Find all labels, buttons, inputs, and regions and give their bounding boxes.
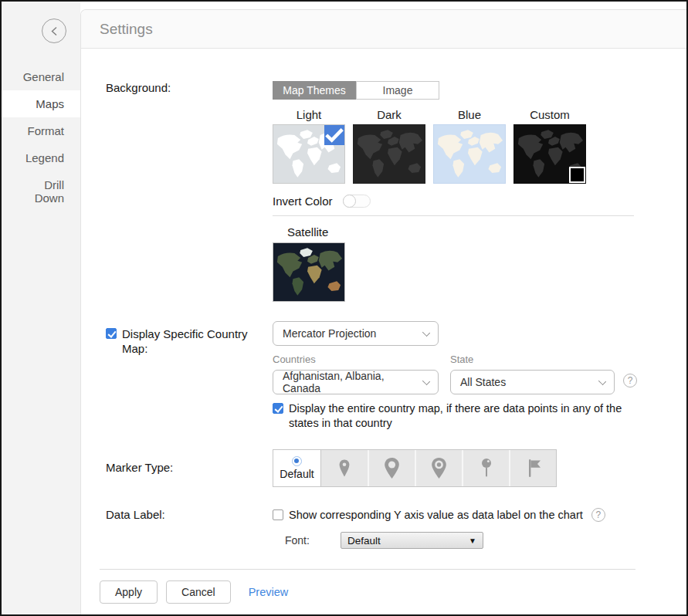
theme-option-custom: Custom bbox=[513, 108, 586, 184]
state-select[interactable]: All States bbox=[450, 370, 615, 394]
theme-dark-label: Dark bbox=[353, 108, 425, 122]
section-divider bbox=[273, 215, 634, 216]
state-help-icon[interactable]: ? bbox=[623, 374, 637, 388]
sidebar-item-general[interactable]: General bbox=[2, 63, 80, 90]
pin-small-dot-icon bbox=[336, 457, 353, 479]
back-button[interactable] bbox=[42, 19, 66, 43]
marker-option-default[interactable]: Default bbox=[273, 450, 320, 486]
invert-color-toggle[interactable] bbox=[343, 195, 371, 208]
world-map-icon bbox=[434, 125, 505, 183]
satellite-thumbnail[interactable] bbox=[273, 242, 345, 302]
panel-body: Background: Map Themes Image Light bbox=[81, 49, 686, 549]
display-country-map-label: Display Specific Country Map: bbox=[122, 327, 273, 356]
projection-value: Mercator Projection bbox=[283, 327, 376, 340]
countries-field-label: Countries bbox=[273, 354, 439, 365]
sidebar: General Maps Format Legend Drill Down bbox=[2, 2, 80, 614]
marker-option-pin-small-dot[interactable] bbox=[320, 450, 368, 486]
chevron-down-icon bbox=[422, 329, 430, 337]
checkbox-unchecked-icon bbox=[273, 509, 283, 520]
theme-blue-thumbnail[interactable] bbox=[433, 124, 506, 184]
marker-option-pin-large-dot[interactable] bbox=[368, 450, 415, 486]
chevron-down-icon bbox=[598, 377, 606, 385]
sidebar-item-drill-down[interactable]: Drill Down bbox=[2, 171, 80, 212]
toggle-knob bbox=[343, 195, 356, 208]
show-y-axis-checkbox[interactable]: Show corresponding Y axis value as data … bbox=[273, 508, 583, 523]
data-label-label: Data Label: bbox=[106, 508, 273, 521]
invert-color-label: Invert Color bbox=[273, 195, 333, 208]
sidebar-nav: General Maps Format Legend Drill Down bbox=[2, 63, 80, 212]
satellite-map-icon bbox=[273, 243, 344, 301]
pin-ring-icon bbox=[429, 456, 449, 480]
page-title: Settings bbox=[100, 21, 153, 38]
theme-option-blue: Blue bbox=[433, 108, 506, 184]
checkbox-checked-icon bbox=[106, 328, 117, 339]
font-select[interactable]: Default ▼ bbox=[341, 532, 483, 549]
preview-link[interactable]: Preview bbox=[249, 586, 289, 598]
country-map-label-cell: Display Specific Country Map: bbox=[106, 321, 273, 356]
sidebar-item-legend[interactable]: Legend bbox=[2, 144, 80, 171]
marker-type-section: Marker Type: Default bbox=[106, 449, 686, 487]
apply-button[interactable]: Apply bbox=[100, 580, 158, 604]
font-value: Default bbox=[347, 535, 381, 547]
theme-option-light: Light bbox=[273, 108, 345, 184]
cancel-button[interactable]: Cancel bbox=[166, 580, 231, 604]
countries-value: Afghanistan, Albania, Canada bbox=[283, 370, 415, 394]
display-country-map-checkbox[interactable]: Display Specific Country Map: bbox=[106, 327, 273, 356]
state-column: State All States bbox=[450, 354, 615, 394]
background-label: Background: bbox=[106, 81, 273, 94]
theme-custom-thumbnail[interactable] bbox=[513, 124, 586, 184]
entire-country-checkbox[interactable]: Display the entire country map, if there… bbox=[273, 401, 645, 431]
projection-select[interactable]: Mercator Projection bbox=[273, 321, 439, 346]
settings-panel: Settings Background: Map Themes Image Li… bbox=[80, 9, 686, 614]
theme-dark-thumbnail[interactable] bbox=[353, 124, 425, 184]
custom-color-swatch[interactable] bbox=[569, 167, 585, 183]
theme-light-thumbnail[interactable] bbox=[273, 124, 345, 184]
background-tabs: Map Themes Image bbox=[273, 81, 439, 100]
countries-select[interactable]: Afghanistan, Albania, Canada bbox=[273, 370, 439, 394]
world-map-icon bbox=[354, 125, 425, 183]
sidebar-item-maps[interactable]: Maps bbox=[2, 90, 80, 117]
data-label-section: Data Label: Show corresponding Y axis va… bbox=[106, 508, 686, 549]
marker-type-options: Default bbox=[273, 449, 557, 487]
theme-blue-label: Blue bbox=[433, 108, 506, 122]
pushpin-icon bbox=[477, 457, 496, 480]
marker-option-flag[interactable] bbox=[509, 450, 556, 486]
font-row: Font: Default ▼ bbox=[273, 532, 605, 549]
theme-custom-label: Custom bbox=[513, 108, 586, 122]
dropdown-arrow-icon: ▼ bbox=[469, 536, 476, 545]
background-section: Background: Map Themes Image Light bbox=[106, 81, 686, 302]
radio-selected-icon bbox=[292, 456, 302, 466]
tab-map-themes[interactable]: Map Themes bbox=[273, 81, 356, 100]
country-state-columns: Countries Afghanistan, Albania, Canada S… bbox=[273, 354, 645, 394]
theme-option-dark: Dark bbox=[353, 108, 425, 184]
theme-light-label: Light bbox=[273, 108, 345, 122]
background-content: Map Themes Image Light bbox=[273, 81, 634, 302]
data-label-line: Show corresponding Y axis value as data … bbox=[273, 508, 605, 523]
data-label-help-icon[interactable]: ? bbox=[591, 508, 605, 522]
satellite-section: Satellite bbox=[273, 225, 634, 302]
satellite-label: Satellite bbox=[287, 225, 634, 239]
marker-default-label: Default bbox=[280, 468, 313, 480]
invert-color-row: Invert Color bbox=[273, 194, 634, 208]
country-map-content: Mercator Projection Countries Afghanista… bbox=[273, 321, 645, 431]
font-label: Font: bbox=[285, 534, 341, 547]
marker-option-pin-ring[interactable] bbox=[415, 450, 462, 486]
data-label-content: Show corresponding Y axis value as data … bbox=[273, 508, 605, 549]
marker-option-pushpin[interactable] bbox=[462, 450, 509, 486]
state-value: All States bbox=[460, 376, 506, 388]
flag-icon bbox=[524, 457, 544, 479]
selected-check-icon bbox=[324, 125, 344, 145]
sidebar-item-format[interactable]: Format bbox=[2, 117, 80, 144]
country-map-section: Display Specific Country Map: Mercator P… bbox=[106, 321, 686, 431]
state-field-label: State bbox=[450, 354, 615, 365]
settings-dialog: General Maps Format Legend Drill Down Se… bbox=[0, 0, 688, 616]
theme-options: Light Dark bbox=[273, 108, 634, 184]
marker-type-label: Marker Type: bbox=[106, 449, 273, 474]
pin-large-dot-icon bbox=[381, 456, 402, 480]
entire-country-label: Display the entire country map, if there… bbox=[289, 401, 645, 431]
tab-image[interactable]: Image bbox=[356, 81, 439, 100]
countries-column: Countries Afghanistan, Albania, Canada bbox=[273, 354, 439, 394]
panel-header: Settings bbox=[81, 10, 686, 49]
checkbox-checked-icon bbox=[273, 403, 283, 414]
chevron-down-icon bbox=[422, 377, 430, 385]
